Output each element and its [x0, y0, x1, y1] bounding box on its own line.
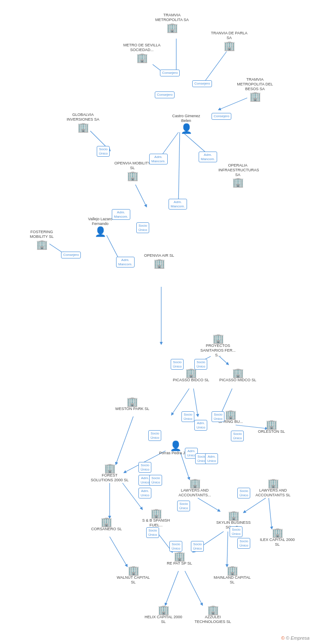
building-icon: 🏢	[104, 464, 116, 473]
building-icon: 🏢	[150, 509, 162, 518]
node-tramvia-besos: TRAMVIA METROPOLITA DEL BESOS SA 🏢	[236, 77, 274, 101]
building-icon: 🏢	[212, 334, 224, 343]
badge-socio-unico-5: SocioÚnico	[148, 430, 161, 441]
node-mainland-capital: 🏢 MAINLAND CAPITAL SL	[213, 566, 252, 586]
svg-line-30	[166, 571, 178, 605]
svg-line-8	[178, 132, 180, 204]
badge-socio-unico-18: SocioÚnico	[191, 541, 204, 552]
building-icon: 🏢	[101, 517, 112, 527]
building-icon: 🏢	[224, 41, 235, 51]
node-picasso-bidco: 🏢 PICASSO BIDCO SL	[173, 368, 209, 383]
badge-socio-unico-8: SocioÚnico	[231, 431, 244, 441]
node-forest-solutions: 🏢 FOREST SOLUTIONS 2000 SL	[90, 464, 129, 483]
svg-line-24	[244, 498, 266, 512]
node-orleston: 🏢 ORLESTON SL	[258, 420, 285, 435]
building-icon: 🏢	[232, 368, 244, 378]
copyright-notice: © © Empresa	[281, 635, 310, 641]
building-icon: 🏢	[136, 53, 148, 63]
node-sb-spanish-fuel: 🏢 S & B SPANISH FUEL...	[137, 509, 175, 529]
node-operalia: OPERALIA INFRAESTRUCTURAS SA 🏢	[218, 163, 257, 187]
node-openvia-air: OPENVIA AIR SL 🏢	[144, 253, 174, 268]
node-lawyers-accountants: 🏢 LAWYERS AND ACCOUNTANTS SL	[254, 479, 292, 498]
building-icon: 🏢	[227, 566, 238, 575]
building-icon: 🏢	[158, 605, 169, 615]
node-corsanero: 🏢 CORSANERO SL	[91, 517, 122, 532]
node-ilex-capital: 🏢 ILEX CAPITAL 2000 SL	[258, 528, 297, 548]
badge-socio-unico-16: SocioÚnico	[237, 538, 250, 549]
node-re-pat-sp: 🏢 RE PAT SP SL	[167, 552, 192, 567]
person-icon: 👤	[170, 441, 181, 451]
svg-line-7	[135, 185, 146, 206]
badge-adm-unico-3: Adm.Unico	[205, 453, 218, 464]
badge-socio-unico-15: SocioÚnico	[230, 526, 242, 537]
node-helix-capital: 🏢 HELIX CAPITAL 2000 SL	[144, 605, 183, 625]
building-icon: 🏢	[185, 368, 197, 378]
node-tramvia-metro-sa: TRAMVIA METROPOLITA SA 🏢	[153, 13, 191, 33]
building-icon: 🏢	[228, 511, 239, 520]
badge-socio-unico-13: SocioÚnico	[177, 501, 190, 511]
building-icon: 🏢	[266, 420, 277, 429]
node-castro-gimenez: Castro Gimenez Belen 👤	[167, 114, 206, 134]
building-icon: 🏢	[189, 479, 201, 488]
badge-socio-unico-17: SocioÚnico	[169, 541, 182, 552]
badge-socio-unico-14: SocioÚnico	[146, 527, 159, 538]
building-icon: 🏢	[272, 528, 283, 538]
badge-adm-mancom-4: Adm.Mancom.	[169, 199, 187, 210]
person-icon: 👤	[181, 124, 192, 134]
badge-consejero-5: Consejero	[61, 252, 81, 258]
building-icon: 🏢	[128, 566, 139, 575]
building-icon: 🏢	[249, 92, 261, 101]
svg-line-23	[198, 498, 219, 511]
badge-socio-unico-1: SocioÚnico	[97, 146, 110, 157]
person-icon: 👤	[95, 227, 106, 237]
badge-adm-mancom-3: Adm.Mancom.	[112, 209, 130, 220]
node-picasso-midco: 🏢 PICASSO MIDCO SL	[219, 368, 256, 383]
building-icon: 🏢	[207, 605, 219, 615]
badge-consejero-3: Consejero	[155, 91, 175, 98]
svg-line-25	[269, 498, 272, 528]
badge-consejero-4: Consejero	[212, 113, 231, 120]
badge-socio-unico-12: SocioÚnico	[237, 488, 250, 498]
building-icon-orange: 🏢	[153, 259, 165, 268]
badge-adm-unico-1: Adm.Unico	[194, 420, 207, 431]
building-icon: 🏢	[225, 410, 236, 419]
building-icon: 🏢	[166, 23, 178, 33]
badge-socio-unico-2: SocioÚnico	[136, 222, 149, 233]
node-proyectos-sanitarios: 🏢 PROYECTOS SANITARIOS FER... S...	[199, 334, 237, 358]
node-azzulei-tech: 🏢 AZZULEI TECHNOLOGIES SL	[193, 605, 232, 625]
badge-adm-mancom-1: Adm.Mancom.	[149, 154, 168, 164]
node-openvia-mobility: OPENVIA MOBILITY SL 🏢	[113, 161, 152, 181]
building-icon: 🏢	[126, 397, 138, 407]
badge-socio-unico-4: SocioÚnico	[194, 359, 207, 370]
node-metro-sevilla: METRO DE SEVILLA SOCIEDAD... 🏢	[123, 43, 161, 63]
badge-consejero-2: Consejero	[192, 80, 212, 87]
svg-line-31	[185, 571, 202, 605]
node-lawyers-accountants-dot: 🏢 LAWYERS AND ACCOUNTANTS...	[175, 479, 214, 498]
svg-line-27	[110, 537, 127, 566]
building-icon: 🏢	[232, 178, 244, 187]
badge-socio-unico-11: SocioÚnico	[149, 475, 162, 486]
building-icon: 🏢	[127, 171, 138, 181]
svg-line-14	[172, 389, 189, 414]
svg-line-18	[116, 416, 133, 464]
badge-socio-unico-3: SocioÚnico	[171, 359, 184, 370]
badge-adm-unico-5: Adm.Unico	[138, 488, 151, 498]
diagram-container: TRAMVIA METROPOLITA SA 🏢 TRANVIA DE PARL…	[0, 0, 313, 644]
copyright-brand: © Empresa	[286, 635, 310, 641]
svg-line-29	[227, 532, 228, 566]
node-fostering-mobility: FOSTERING MOBILITY SL 🏢	[22, 230, 61, 249]
node-walnut-capital: 🏢 WALNUT CAPITAL SL	[114, 566, 153, 586]
building-icon: 🏢	[174, 552, 185, 561]
node-globalvia: GLOBALVIA INVERSIONES SA 🏢	[64, 112, 102, 132]
building-icon: 🏢	[36, 240, 48, 249]
badge-socio-unico-10: SocioÚnico	[138, 462, 151, 473]
building-icon: 🏢	[267, 479, 279, 488]
building-icon: 🏢	[77, 123, 89, 132]
node-weston-park: 🏢 WESTON PARK SL	[115, 397, 149, 412]
badge-socio-unico-6: SocioÚnico	[181, 411, 194, 422]
badge-socio-unico-7: SocioÚnico	[212, 411, 224, 422]
badge-adm-mancom-2: Adm.Mancom.	[199, 152, 217, 162]
copyright-symbol: ©	[281, 635, 285, 641]
badge-consejero-1: Consejero	[160, 70, 180, 76]
badge-adm-mancom-5: Adm.Mancom.	[116, 257, 135, 267]
